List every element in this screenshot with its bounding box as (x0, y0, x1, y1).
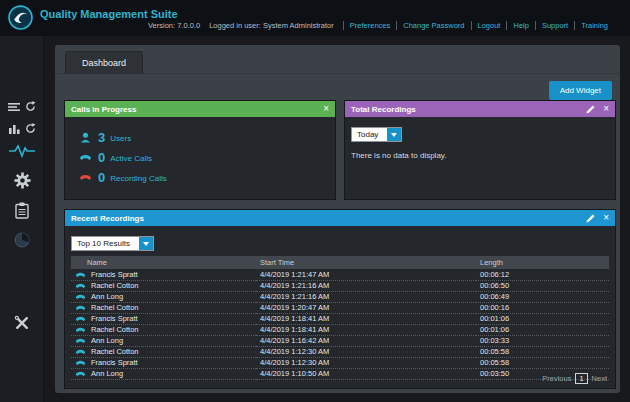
stat-recording-calls: 0 Recording Calls (77, 167, 323, 187)
total-filter-select[interactable]: Today (351, 127, 402, 142)
phone-icon (75, 315, 86, 322)
sidebar-item-live-monitor[interactable] (0, 98, 44, 138)
recording-start-time: 4/4/2019 1:18:41 AM (256, 324, 476, 335)
header-nav-link[interactable]: Logout (471, 21, 507, 30)
total-body: Today There is no data to display. (345, 117, 615, 166)
list-icon (8, 98, 20, 116)
phone-icon (75, 359, 86, 366)
phone-icon (75, 293, 86, 300)
recording-length: 00:06:50 (476, 280, 609, 291)
recording-name: Rachel Cotton (91, 303, 139, 312)
close-icon[interactable]: × (603, 104, 609, 114)
wrench-icon (13, 314, 31, 336)
next-button[interactable]: Next (592, 374, 607, 383)
recording-row[interactable]: Rachel Cotton 4/4/2019 1:21:16 AM 00:06:… (71, 280, 609, 291)
header-nav-link[interactable]: Preferences (343, 21, 396, 30)
recording-length: 00:05:58 (476, 346, 609, 357)
recording-row[interactable]: Rachel Cotton 4/4/2019 1:18:41 AM 00:01:… (71, 324, 609, 335)
recording-row[interactable]: Ann Long 4/4/2019 1:16:42 AM 00:03:33 (71, 335, 609, 346)
recording-name: Ann Long (91, 292, 123, 301)
refresh-icon (25, 120, 36, 138)
recording-start-time: 4/4/2019 1:21:16 AM (256, 291, 476, 302)
recording-start-time: 4/4/2019 1:12:30 AM (256, 357, 476, 368)
phone-icon (75, 282, 86, 289)
recording-row[interactable]: Rachel Cotton 4/4/2019 1:12:30 AM 00:05:… (71, 346, 609, 357)
recording-length: 00:03:33 (476, 335, 609, 346)
sidebar-item-recordings[interactable] (0, 144, 44, 162)
version-label: Version: 7.0.0.0 (148, 21, 200, 30)
add-widget-button[interactable]: Add Widget (549, 81, 612, 100)
gear-icon (14, 172, 31, 193)
recording-name: Rachel Cotton (91, 347, 139, 356)
recording-calls-count: 0 (98, 170, 105, 185)
widget-header[interactable]: Recent Recordings × (65, 210, 615, 226)
previous-button[interactable]: Previous (542, 374, 571, 383)
widget-header[interactable]: Calls in Progress × (65, 101, 335, 117)
column-header-name: Name (71, 256, 256, 269)
widget-title: Calls in Progress (71, 105, 315, 114)
phone-icon (75, 337, 86, 344)
active-calls-label: Active Calls (110, 152, 152, 163)
header-nav-link[interactable]: Training (574, 21, 614, 30)
tab-dashboard[interactable]: Dashboard (65, 51, 143, 74)
recording-name: Francis Spratt (91, 358, 138, 367)
widget-title: Total Recordings (351, 105, 578, 114)
phone-icon (75, 326, 86, 333)
recording-row[interactable]: Francis Spratt 4/4/2019 1:18:41 AM 00:01… (71, 313, 609, 324)
recording-row[interactable]: Francis Spratt 4/4/2019 1:21:47 AM 00:06… (71, 269, 609, 280)
chevron-down-icon[interactable] (139, 237, 153, 250)
recording-name: Ann Long (91, 336, 123, 345)
recording-start-time: 4/4/2019 1:21:47 AM (256, 269, 476, 280)
header-nav-link[interactable]: Change Password (396, 21, 470, 30)
users-label: Users (110, 132, 131, 143)
widget-recent-recordings: Recent Recordings × Top 10 Results Name … (64, 209, 616, 389)
recording-row[interactable]: Rachel Cotton 4/4/2019 1:20:47 AM 00:00:… (71, 302, 609, 313)
recording-calls-label: Recording Calls (110, 172, 166, 183)
users-count: 3 (98, 130, 105, 145)
logged-in-user-label: Logged in user: System Administrator (209, 21, 334, 30)
header-nav: PreferencesChange PasswordLogoutHelpSupp… (343, 21, 614, 30)
recording-row[interactable]: Ann Long 4/4/2019 1:10:50 AM 00:03:50 (71, 368, 609, 379)
sidebar-item-tools[interactable] (0, 314, 44, 336)
stat-users: 3 Users (77, 127, 323, 147)
phone-icon (75, 348, 86, 355)
recording-row[interactable]: Francis Spratt 4/4/2019 1:12:30 AM 00:05… (71, 357, 609, 368)
phone-icon (75, 271, 86, 278)
header-nav-link[interactable]: Help (506, 21, 534, 30)
edit-icon[interactable] (586, 214, 595, 223)
chevron-down-icon[interactable] (387, 128, 401, 141)
empty-message: There is no data to display. (351, 151, 609, 160)
recent-filter-select[interactable]: Top 10 Results (71, 236, 154, 251)
app-logo-icon (8, 5, 33, 30)
total-filter-value: Today (352, 128, 387, 141)
column-header-length: Length (476, 256, 609, 269)
sidebar-item-settings[interactable] (0, 172, 44, 193)
page-number[interactable]: 1 (575, 373, 587, 384)
recording-start-time: 4/4/2019 1:20:47 AM (256, 302, 476, 313)
main-panel: Dashboard Add Widget Calls in Progress ×… (55, 45, 620, 393)
widget-calls-in-progress: Calls in Progress × 3 Users 0 Acti (64, 100, 336, 200)
sidebar-item-reports[interactable] (0, 232, 44, 252)
recording-name: Rachel Cotton (91, 281, 139, 290)
recent-filter-value: Top 10 Results (72, 237, 139, 250)
recording-length: 00:00:16 (476, 302, 609, 313)
header-nav-link[interactable]: Support (535, 21, 574, 30)
close-icon[interactable]: × (323, 104, 329, 114)
recording-start-time: 4/4/2019 1:21:16 AM (256, 280, 476, 291)
edit-icon[interactable] (586, 105, 595, 114)
sidebar-item-evaluations[interactable] (0, 202, 44, 223)
recordings-table: Name Start Time Length Francis Spratt 4/… (71, 256, 609, 380)
recording-name: Ann Long (91, 369, 123, 378)
widget-header[interactable]: Total Recordings × (345, 101, 615, 117)
phone-icon (75, 370, 86, 377)
recording-row[interactable]: Ann Long 4/4/2019 1:21:16 AM 00:06:49 (71, 291, 609, 302)
close-icon[interactable]: × (603, 213, 609, 223)
clipboard-icon (15, 202, 29, 223)
recording-length: 00:06:12 (476, 269, 609, 280)
recording-length: 00:05:58 (476, 357, 609, 368)
pagination: Previous 1 Next (542, 373, 607, 384)
recording-start-time: 4/4/2019 1:10:50 AM (256, 368, 476, 379)
recording-start-time: 4/4/2019 1:18:41 AM (256, 313, 476, 324)
bar-chart-icon (9, 120, 20, 138)
phone-icon (77, 153, 94, 161)
